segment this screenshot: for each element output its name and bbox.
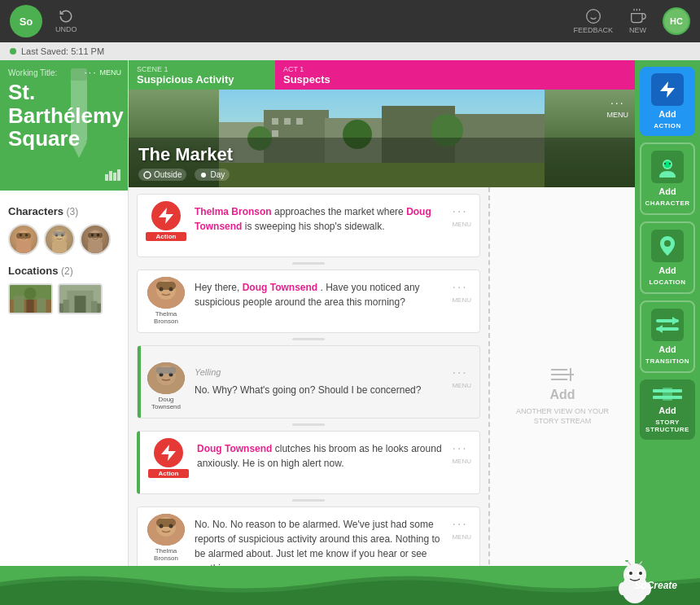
scroll-indicator-3 xyxy=(137,422,480,427)
sidebar-sections: Characters (3) xyxy=(0,191,128,322)
loc-btn-icon xyxy=(651,230,684,262)
svg-rect-24 xyxy=(54,231,65,235)
action-btn-icon xyxy=(651,73,684,106)
item-avatar-1: Action xyxy=(146,201,186,250)
svg-rect-51 xyxy=(296,118,303,125)
stream-item-4: Action Doug Townsend clutches his broom … xyxy=(137,431,480,494)
new-button[interactable]: NEW xyxy=(629,8,646,34)
character-avatar-2[interactable] xyxy=(44,224,75,255)
scene-header: SCENE 1 Suspicious Activity ACT 1 Suspec… xyxy=(129,60,635,90)
svg-point-89 xyxy=(664,161,671,168)
svg-point-92 xyxy=(664,240,671,247)
doug-link-2[interactable]: Doug Townsend xyxy=(243,282,317,293)
add-location-button[interactable]: Add LOCATION xyxy=(640,221,695,294)
thelma-avatar-5 xyxy=(147,514,185,546)
svg-rect-75 xyxy=(156,519,176,527)
action-badge-4: Action xyxy=(148,469,189,478)
scroll-indicator-2 xyxy=(137,336,480,342)
svg-rect-18 xyxy=(16,233,31,239)
add-transition-button[interactable]: Add TRANSITION xyxy=(640,300,695,373)
character-avatar-3[interactable] xyxy=(80,224,111,255)
characters-list xyxy=(8,224,120,255)
item-menu-4[interactable]: ··· MENU xyxy=(452,438,471,465)
user-avatar[interactable]: HC xyxy=(663,7,690,35)
add-view-icon-row xyxy=(551,366,574,383)
svg-rect-21 xyxy=(52,242,67,253)
svg-rect-64 xyxy=(150,300,182,308)
character-avatar-1[interactable] xyxy=(8,224,39,255)
svg-rect-63 xyxy=(156,282,176,290)
location-thumb-2[interactable] xyxy=(58,283,103,314)
char-btn-icon xyxy=(651,151,684,183)
bottom-bar: SoCreate xyxy=(0,566,700,605)
act-tab[interactable]: ACT 1 Suspects xyxy=(275,60,635,90)
add-view-panel[interactable]: Add ANOTHER VIEW ON YOUR STORY STREAM xyxy=(488,187,635,605)
location-thumb-1[interactable] xyxy=(8,283,53,314)
svg-point-57 xyxy=(144,172,151,178)
stream-item-2: ThelmaBronson Hey there, Doug Townsend .… xyxy=(137,270,480,333)
svg-rect-15 xyxy=(16,242,31,253)
banner-menu-button[interactable]: ··· MENU xyxy=(607,96,629,119)
svg-rect-30 xyxy=(88,233,103,238)
savebar: Last Saved: 5:11 PM xyxy=(0,42,700,60)
add-view-sublabel: ANOTHER VIEW ON YOUR STORY STREAM xyxy=(514,407,611,426)
thelma-link-1[interactable]: Thelma Bronson xyxy=(195,206,272,217)
doug-name-3: DougTownsend xyxy=(151,396,181,411)
thelma-name-2: ThelmaBronson xyxy=(154,310,178,326)
item-avatar-4: Action xyxy=(148,438,189,487)
svg-rect-36 xyxy=(37,298,46,313)
yelling-label: Yelling xyxy=(195,366,444,379)
svg-point-0 xyxy=(586,10,600,24)
svg-rect-34 xyxy=(26,300,33,313)
svg-rect-35 xyxy=(14,296,24,313)
save-indicator xyxy=(10,48,16,55)
left-accent-3 xyxy=(138,346,141,418)
location-banner: The Market Outside Day ··· MENU xyxy=(129,90,635,187)
svg-point-104 xyxy=(629,572,632,575)
locations-list xyxy=(8,283,120,314)
item-menu-3[interactable]: ··· MENU xyxy=(452,362,471,389)
feedback-button[interactable]: FEEDBACK xyxy=(573,8,613,34)
add-action-button[interactable]: Add ACTION xyxy=(640,67,695,136)
action-badge-1: Action xyxy=(146,232,186,241)
main-area: ··· MENU Working Title: St. Barthélemy S… xyxy=(0,60,700,605)
svg-rect-41 xyxy=(63,300,69,313)
scroll-indicator-1 xyxy=(137,261,480,266)
doug-link-4[interactable]: Doug Townsend xyxy=(197,443,272,454)
svg-point-33 xyxy=(24,287,37,300)
svg-rect-27 xyxy=(88,242,103,253)
chart-icon[interactable] xyxy=(105,168,121,184)
struct-btn-icon xyxy=(651,386,684,402)
topbar-right: FEEDBACK NEW HC xyxy=(573,7,690,35)
svg-rect-99 xyxy=(663,388,672,401)
svg-marker-95 xyxy=(672,317,679,325)
center-area: SCENE 1 Suspicious Activity ACT 1 Suspec… xyxy=(129,60,635,605)
svg-point-91 xyxy=(669,163,671,164)
scroll-indicator-4 xyxy=(137,498,480,503)
item-menu-5[interactable]: ··· MENU xyxy=(452,514,471,541)
svg-rect-11 xyxy=(113,173,116,181)
location-overlay: The Market Outside Day xyxy=(129,138,635,187)
scene-tab[interactable]: SCENE 1 Suspicious Activity xyxy=(129,60,275,90)
logo-button[interactable]: So xyxy=(10,5,42,37)
svg-rect-40 xyxy=(75,296,86,313)
add-character-button[interactable]: Add CHARACTER xyxy=(640,142,695,215)
add-view-label: Add xyxy=(549,388,575,402)
svg-marker-96 xyxy=(656,325,663,333)
svg-rect-52 xyxy=(272,130,278,137)
sidebar: ··· MENU Working Title: St. Barthélemy S… xyxy=(0,60,129,605)
working-title-area: ··· MENU Working Title: St. Barthélemy S… xyxy=(0,60,128,191)
svg-point-58 xyxy=(201,173,206,178)
item-avatar-2: ThelmaBronson xyxy=(146,277,186,326)
undo-button[interactable]: UNDO xyxy=(55,9,77,33)
sidebar-menu-button[interactable]: ··· MENU xyxy=(84,67,121,78)
add-story-structure-button[interactable]: Add STORY STRUCTURE xyxy=(640,379,695,440)
story-stream[interactable]: Action Thelma Bronson approaches the mar… xyxy=(129,187,488,605)
svg-point-105 xyxy=(639,572,642,575)
save-status: Last Saved: 5:11 PM xyxy=(21,46,104,56)
item-menu-1[interactable]: ··· MENU xyxy=(452,201,471,228)
svg-point-90 xyxy=(664,163,666,164)
item-menu-2[interactable]: ··· MENU xyxy=(452,277,471,304)
item-text-3: Yelling No. Why? What's going on? Should… xyxy=(195,362,444,397)
action-icon-4 xyxy=(154,438,183,467)
